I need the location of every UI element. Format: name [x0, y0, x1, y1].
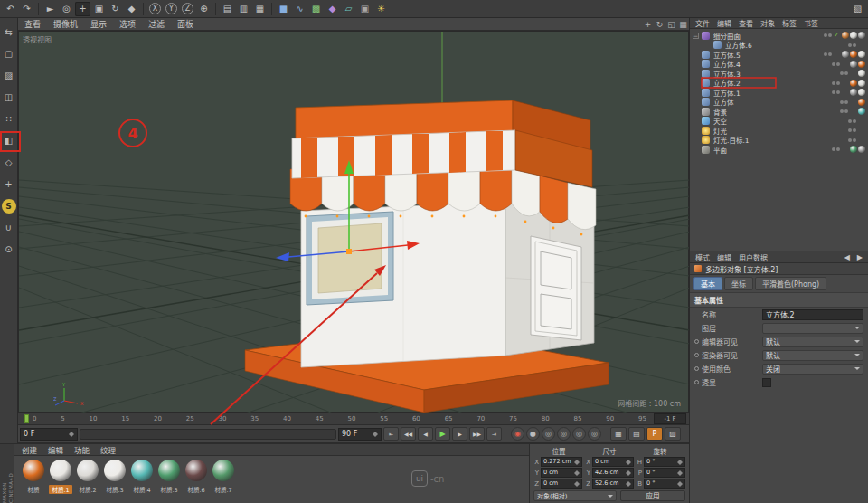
apply-button[interactable]: 应用	[620, 490, 685, 501]
visibility-dots[interactable]	[832, 62, 840, 66]
material-swatch[interactable]	[104, 460, 126, 481]
timeline-minimize-icon[interactable]: ▨	[665, 427, 681, 441]
record-rotation-toggle[interactable]: ◎	[572, 427, 586, 441]
edges-mode-icon[interactable]: ◇	[2, 156, 16, 170]
object-row[interactable]: 灯光.目标.1	[690, 136, 868, 146]
add-spline-icon[interactable]: ∿	[292, 2, 307, 16]
xray-checkbox[interactable]	[762, 378, 771, 387]
position-y-field[interactable]: 0 cm	[541, 468, 582, 478]
make-editable-icon[interactable]: ⇆	[2, 25, 16, 40]
model-mode-icon[interactable]: ▢	[2, 47, 16, 62]
snap-icon[interactable]: S	[2, 199, 16, 214]
object-row[interactable]: 立方体.5	[690, 50, 868, 60]
tab-coordinates[interactable]: 坐标	[724, 277, 753, 290]
undo-icon[interactable]: ↶	[3, 2, 18, 16]
visibility-dots[interactable]	[840, 100, 848, 104]
timeline-range-slider[interactable]	[80, 429, 336, 440]
rotation-b-field[interactable]: 0 °	[644, 479, 685, 489]
material-item[interactable]: 材质.1	[49, 460, 72, 494]
menu-texture[interactable]: 纹理	[100, 444, 116, 455]
visibility-dots[interactable]	[840, 71, 848, 75]
material-item[interactable]: 材质.6	[184, 460, 208, 494]
timeline-options-icon[interactable]: ▤	[628, 427, 645, 441]
record-keyframe-button[interactable]: ◉	[511, 427, 524, 441]
render-picture-viewer-icon[interactable]: ▥	[236, 2, 251, 16]
quantize-icon[interactable]: ⊙	[2, 242, 16, 257]
material-swatch[interactable]	[50, 460, 71, 481]
scale-tool-icon[interactable]: ▣	[91, 2, 107, 16]
visibility-dots[interactable]	[824, 33, 832, 37]
material-tag[interactable]	[858, 32, 865, 39]
texture-mode-icon[interactable]: ▨	[2, 69, 16, 83]
material-tag[interactable]	[850, 32, 857, 39]
add-deformer-icon[interactable]: ◆	[325, 2, 340, 16]
visibility-dots[interactable]	[832, 147, 840, 151]
menu-display[interactable]: 显示	[84, 18, 113, 30]
redo-icon[interactable]: ↷	[19, 2, 34, 16]
object-row[interactable]: 立方体.4	[690, 60, 868, 70]
position-x-field[interactable]: 0.272 cm	[541, 457, 582, 467]
menu-view[interactable]: 查看	[739, 18, 753, 28]
object-row[interactable]: 立方体.3	[690, 69, 868, 79]
size-x-field[interactable]: 0 cm	[592, 457, 634, 467]
move-tool-icon[interactable]: +	[75, 2, 90, 16]
material-swatch[interactable]	[158, 460, 180, 481]
viewport-label[interactable]: 透视视图	[23, 34, 52, 44]
lock-z-icon[interactable]: Z	[182, 3, 193, 14]
menu-file[interactable]: 文件	[695, 18, 710, 28]
visibility-dots[interactable]	[832, 81, 840, 85]
add-camera-icon[interactable]: ▣	[357, 2, 373, 16]
points-mode-icon[interactable]: ∷	[2, 112, 16, 127]
keyframe-dot[interactable]	[694, 353, 699, 357]
object-row-selected[interactable]: 立方体.2	[690, 79, 868, 89]
autokey-button[interactable]: ●	[526, 427, 540, 441]
zoom-view-icon[interactable]: ◱	[665, 20, 677, 29]
render-settings-icon[interactable]: ▦	[252, 2, 268, 16]
last-tool-icon[interactable]: ◆	[124, 2, 139, 16]
position-z-field[interactable]: 0 cm	[541, 479, 582, 489]
material-swatch[interactable]	[131, 460, 153, 481]
lock-x-icon[interactable]: X	[149, 3, 161, 14]
orbit-view-icon[interactable]: ↻	[654, 20, 665, 29]
rotation-p-field[interactable]: 0 °	[644, 468, 685, 478]
polygons-mode-icon[interactable]: ◧	[2, 134, 16, 148]
add-light-icon[interactable]: ☀	[373, 2, 389, 16]
keyframe-selection-icon[interactable]: ▦	[610, 427, 627, 441]
visibility-dots[interactable]	[848, 119, 856, 123]
current-frame-field[interactable]: 0 F	[20, 428, 78, 441]
use-color-select[interactable]: 关闭	[762, 364, 863, 375]
tab-phong[interactable]: 平滑着色(Phong)	[755, 277, 826, 290]
layout-icon[interactable]: ▧	[850, 2, 865, 16]
next-key-button[interactable]: ▶▶	[469, 427, 485, 441]
keyframe-dot[interactable]	[694, 339, 699, 344]
menu-mode[interactable]: 模式	[695, 252, 710, 262]
render-view-icon[interactable]: ▤	[220, 2, 235, 16]
visibility-dots[interactable]	[840, 109, 848, 113]
menu-edit[interactable]: 编辑	[717, 252, 731, 262]
frame-spinner[interactable]	[69, 429, 74, 440]
menu-panel[interactable]: 面板	[171, 18, 200, 30]
viewport-canvas[interactable]: 透视视图 网格间距 : 100 cm Y X Z	[18, 31, 689, 413]
record-pla-toggle[interactable]: ◎	[588, 427, 601, 441]
toggle-views-icon[interactable]: ▦	[677, 20, 689, 29]
magnet-icon[interactable]: ∪	[2, 221, 16, 235]
menu-bookmarks[interactable]: 书签	[804, 18, 818, 28]
goto-end-button[interactable]: ⇥	[486, 427, 502, 441]
visibility-dots[interactable]	[824, 52, 832, 56]
menu-userdata[interactable]: 用户数据	[739, 252, 768, 262]
prev-key-button[interactable]: ◀◀	[401, 427, 416, 441]
material-item[interactable]: 材质.5	[157, 460, 181, 494]
add-environment-icon[interactable]: ▱	[341, 2, 356, 16]
next-frame-button[interactable]: ▶	[452, 427, 467, 441]
visibility-dots[interactable]	[848, 43, 856, 47]
workplane-mode-icon[interactable]: ◫	[2, 90, 16, 105]
record-scale-toggle[interactable]: ◎	[557, 427, 571, 441]
timeline-ruler[interactable]: 05101520253035404550556065707580859095 -…	[18, 413, 689, 425]
object-row[interactable]: 立方体	[690, 98, 868, 108]
material-item[interactable]: 材质.7	[212, 460, 235, 494]
basic-properties-section[interactable]: 基本属性	[690, 292, 868, 308]
menu-tags[interactable]: 标签	[782, 18, 797, 28]
material-swatch[interactable]	[23, 460, 44, 481]
menu-objects[interactable]: 对象	[760, 18, 775, 28]
end-frame-field[interactable]: 90 F	[338, 428, 382, 441]
